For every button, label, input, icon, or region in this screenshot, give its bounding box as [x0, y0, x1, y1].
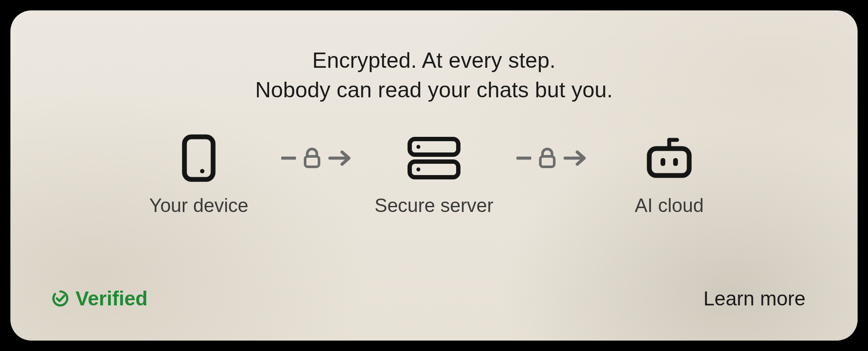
- verified-badge: Verified: [51, 287, 148, 310]
- device-icon: [182, 132, 216, 184]
- svg-rect-10: [540, 156, 554, 167]
- dash-icon: [281, 156, 296, 160]
- lock-icon: [537, 147, 557, 169]
- svg-rect-14: [649, 149, 689, 176]
- svg-rect-0: [184, 137, 213, 179]
- robot-icon: [643, 132, 695, 184]
- arrow-right-icon: [328, 149, 352, 167]
- svg-point-8: [417, 168, 421, 172]
- connector-1: [281, 132, 352, 184]
- server-icon: [406, 132, 462, 184]
- verified-label: Verified: [76, 287, 148, 310]
- node-label-device: Your device: [149, 195, 248, 216]
- svg-rect-15: [661, 158, 665, 166]
- lock-icon: [302, 147, 322, 169]
- encryption-info-card: Encrypted. At every step. Nobody can rea…: [10, 10, 858, 341]
- headline: Encrypted. At every step. Nobody can rea…: [10, 46, 858, 105]
- node-secure-server: Secure server: [369, 132, 499, 216]
- svg-rect-3: [305, 156, 319, 167]
- card-footer: Verified Learn more: [51, 287, 806, 310]
- headline-line-2: Nobody can read your chats but you.: [10, 76, 858, 105]
- svg-rect-16: [673, 158, 678, 166]
- node-label-server: Secure server: [375, 195, 493, 216]
- node-ai-cloud: AI cloud: [604, 132, 734, 216]
- verified-check-icon: [51, 289, 69, 308]
- connector-2: [516, 132, 587, 184]
- arrow-right-icon: [563, 149, 587, 167]
- learn-more-link[interactable]: Learn more: [704, 287, 806, 310]
- dash-icon: [516, 156, 531, 160]
- svg-point-1: [200, 169, 204, 173]
- svg-point-17: [51, 289, 69, 308]
- svg-point-6: [417, 145, 421, 149]
- headline-line-1: Encrypted. At every step.: [10, 46, 858, 76]
- node-your-device: Your device: [134, 132, 264, 216]
- node-label-ai-cloud: AI cloud: [635, 195, 704, 216]
- encryption-flow: Your device: [10, 132, 858, 216]
